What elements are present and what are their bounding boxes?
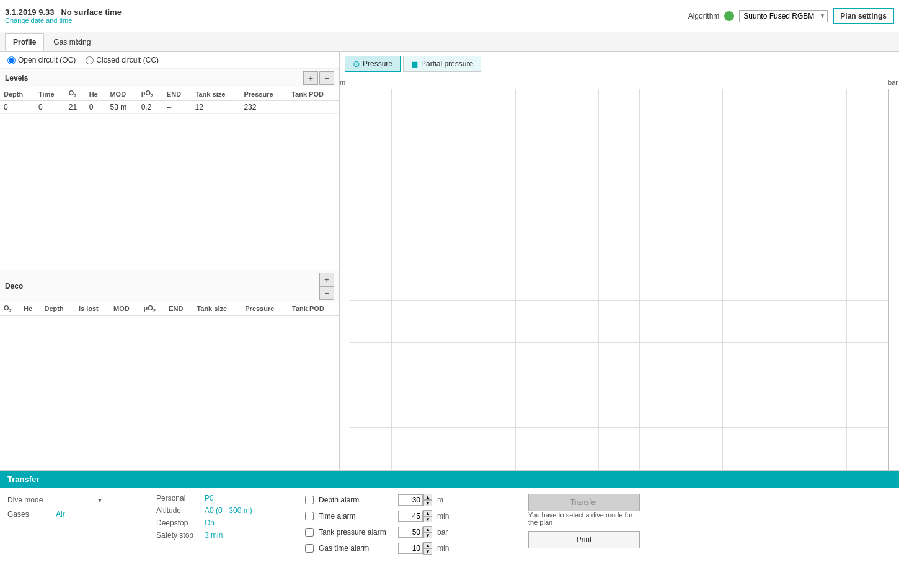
deco-col-is-lost: Is lost bbox=[75, 302, 110, 316]
levels-header: Levels + − bbox=[0, 69, 339, 87]
closed-circuit-radio[interactable] bbox=[86, 56, 94, 64]
deco-col-mod: MOD bbox=[110, 302, 140, 316]
chart-tab-partial-pressure[interactable]: ◼ Partial pressure bbox=[403, 56, 481, 72]
col-pressure: Pressure bbox=[240, 87, 288, 101]
depth-alarm-down[interactable]: ▼ bbox=[423, 500, 432, 506]
cell-pressure: 232 bbox=[240, 101, 288, 114]
tank-pressure-alarm-down[interactable]: ▼ bbox=[423, 532, 432, 538]
depth-alarm-up[interactable]: ▲ bbox=[423, 494, 432, 500]
transfer-button: Transfer bbox=[528, 494, 640, 511]
closed-circuit-label[interactable]: Closed circuit (CC) bbox=[86, 56, 159, 64]
algorithm-select[interactable]: Suunto Fused RGBM bbox=[739, 10, 828, 22]
grid-col-6 bbox=[557, 89, 599, 470]
gas-time-alarm-input[interactable] bbox=[398, 543, 423, 554]
grid-col-3 bbox=[433, 89, 475, 470]
depth-alarm-spinner-btns: ▲ ▼ bbox=[423, 494, 432, 506]
deco-col-depth: Depth bbox=[41, 302, 75, 316]
time-alarm-checkbox[interactable] bbox=[305, 512, 314, 520]
levels-table-body: 0 0 21 0 53 m 0,2 -- 12 232 bbox=[0, 101, 339, 114]
grid-col-7 bbox=[599, 89, 640, 470]
plan-settings-button[interactable]: Plan settings bbox=[833, 8, 894, 24]
pressure-icon: ⊙ bbox=[353, 59, 360, 69]
gas-time-alarm-label: Gas time alarm bbox=[319, 544, 393, 553]
transfer-body: Dive mode ▼ Gases Air Personal P0 Altit bbox=[0, 488, 899, 564]
time-alarm-up[interactable]: ▲ bbox=[423, 510, 432, 516]
dive-mode-row: Dive mode ▼ bbox=[7, 494, 131, 506]
deco-col-he: He bbox=[20, 302, 40, 316]
personal-column: Personal P0 Altitude A0 (0 - 300 m) Deep… bbox=[156, 494, 280, 543]
deco-title: Deco bbox=[5, 282, 23, 291]
time-alarm-spinner-btns: ▲ ▼ bbox=[423, 510, 432, 522]
col-tank-size: Tank size bbox=[192, 87, 241, 101]
change-date-link[interactable]: Change date and time bbox=[5, 17, 122, 24]
gases-label: Gases bbox=[7, 510, 51, 519]
grid-col-5 bbox=[516, 89, 557, 470]
levels-remove-button[interactable]: − bbox=[319, 71, 334, 85]
grid-col-1 bbox=[350, 89, 392, 470]
chart-tab-partial-pressure-label: Partial pressure bbox=[421, 59, 473, 68]
algorithm-select-wrapper: Suunto Fused RGBM ▼ bbox=[739, 10, 828, 22]
grid-col-11 bbox=[764, 89, 806, 470]
tank-pressure-alarm-row: Tank pressure alarm ▲ ▼ bar bbox=[305, 526, 503, 538]
cell-o2: 21 bbox=[65, 101, 86, 114]
open-circuit-text: Open circuit (OC) bbox=[18, 56, 76, 64]
chart-tab-pressure[interactable]: ⊙ Pressure bbox=[345, 56, 401, 72]
cell-tank-size: 12 bbox=[192, 101, 241, 114]
time-alarm-input[interactable] bbox=[398, 511, 423, 522]
time-alarm-label: Time alarm bbox=[319, 512, 393, 520]
open-circuit-label[interactable]: Open circuit (OC) bbox=[7, 56, 76, 64]
col-he: He bbox=[86, 87, 107, 101]
dive-mode-label: Dive mode bbox=[7, 496, 51, 504]
deco-col-tank-pod: Tank POD bbox=[288, 302, 339, 316]
gas-time-alarm-checkbox[interactable] bbox=[305, 544, 314, 553]
deepstop-label: Deepstop bbox=[156, 519, 200, 527]
cell-end: -- bbox=[163, 101, 192, 114]
depth-alarm-row: Depth alarm ▲ ▼ m bbox=[305, 494, 503, 506]
dive-mode-column: Dive mode ▼ Gases Air bbox=[7, 494, 131, 522]
dive-mode-select[interactable] bbox=[56, 494, 105, 506]
app-version: 3.1.2019 9.33 bbox=[5, 7, 55, 17]
depth-alarm-input[interactable] bbox=[398, 494, 423, 506]
main-content: Open circuit (OC) Closed circuit (CC) Le… bbox=[0, 52, 899, 470]
grid-col-12 bbox=[805, 89, 847, 470]
tank-pressure-alarm-input[interactable] bbox=[398, 527, 423, 538]
depth-alarm-spinner: ▲ ▼ bbox=[398, 494, 432, 506]
right-panel: ⊙ Pressure ◼ Partial pressure m bar bbox=[340, 52, 899, 470]
circuit-row: Open circuit (OC) Closed circuit (CC) bbox=[0, 52, 339, 69]
time-alarm-unit: min bbox=[437, 512, 449, 520]
top-bar: 3.1.2019 9.33 No surface time Change dat… bbox=[0, 0, 899, 32]
deco-add-button[interactable]: + bbox=[319, 273, 334, 286]
personal-row: Personal P0 bbox=[156, 494, 280, 502]
gas-time-alarm-spinner-btns: ▲ ▼ bbox=[423, 542, 432, 555]
open-circuit-radio[interactable] bbox=[7, 56, 16, 64]
col-po2: pO2 bbox=[138, 87, 163, 101]
grid-col-8 bbox=[640, 89, 681, 470]
grid-col-2 bbox=[392, 89, 433, 470]
col-time: Time bbox=[35, 87, 65, 101]
levels-buttons: + − bbox=[303, 71, 334, 85]
algorithm-label: Algorithm bbox=[688, 12, 720, 20]
tab-gas-mixing[interactable]: Gas mixing bbox=[45, 33, 99, 51]
tank-pressure-alarm-checkbox[interactable] bbox=[305, 528, 314, 537]
gases-value: Air bbox=[56, 510, 65, 519]
cell-tank-pod bbox=[288, 101, 339, 114]
gas-time-alarm-up[interactable]: ▲ bbox=[423, 542, 432, 548]
personal-label: Personal bbox=[156, 494, 200, 502]
chart-axis-left-label: m bbox=[340, 79, 345, 86]
levels-add-button[interactable]: + bbox=[303, 71, 318, 85]
deco-table: O2 He Depth Is lost MOD pO2 END Tank siz… bbox=[0, 302, 339, 316]
deco-remove-button[interactable]: − bbox=[319, 286, 334, 300]
deco-buttons: + − bbox=[319, 273, 334, 300]
gas-time-alarm-down[interactable]: ▼ bbox=[423, 548, 432, 555]
depth-alarm-checkbox[interactable] bbox=[305, 496, 314, 504]
tab-profile[interactable]: Profile bbox=[5, 33, 44, 51]
tank-pressure-alarm-up[interactable]: ▲ bbox=[423, 526, 432, 532]
print-button[interactable]: Print bbox=[528, 531, 640, 548]
top-right: Algorithm Suunto Fused RGBM ▼ Plan setti… bbox=[688, 8, 894, 24]
time-alarm-down[interactable]: ▼ bbox=[423, 516, 432, 522]
col-tank-pod: Tank POD bbox=[288, 87, 339, 101]
left-panel: Open circuit (OC) Closed circuit (CC) Le… bbox=[0, 52, 340, 470]
transfer-section: Transfer Dive mode ▼ Gases Air Person bbox=[0, 470, 899, 588]
safety-stop-row: Safety stop 3 min bbox=[156, 531, 280, 540]
tank-pressure-alarm-label: Tank pressure alarm bbox=[319, 528, 393, 537]
